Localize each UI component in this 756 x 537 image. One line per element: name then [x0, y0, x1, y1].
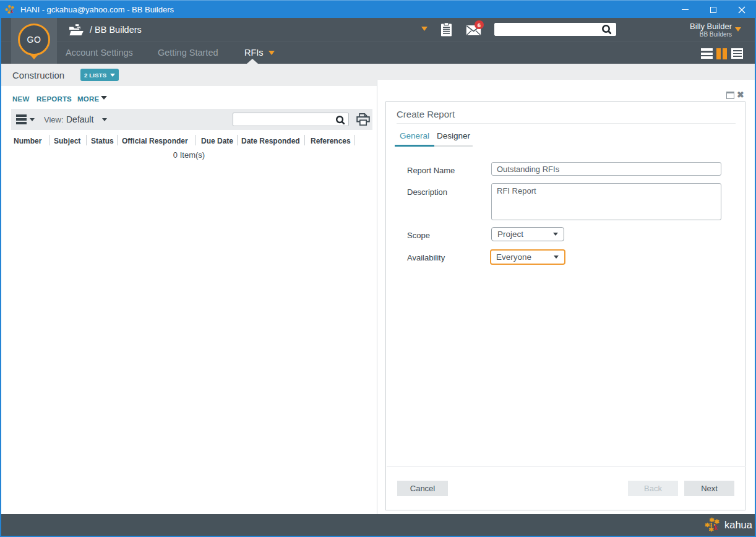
description-textarea[interactable]: RFI Report: [491, 183, 721, 220]
empty-list-message: 0 Item(s): [1, 150, 377, 160]
column-separator: [304, 135, 305, 145]
scope-caret-icon: [553, 233, 558, 236]
app-footer: k kahua: [0, 514, 756, 536]
list-search-input[interactable]: [233, 113, 349, 126]
availability-caret-icon: [554, 256, 559, 259]
more-caret-icon[interactable]: [101, 96, 107, 100]
rfi-list-panel: NEW REPORTS MORE View: Default: [1, 86, 377, 514]
layout-list-icon[interactable]: [731, 48, 743, 59]
user-menu-caret-icon[interactable]: [735, 27, 741, 32]
go-logo-pointer: [30, 55, 38, 59]
rfis-caret-icon[interactable]: [268, 51, 275, 55]
layout-columns-icon[interactable]: [716, 48, 727, 59]
minimize-icon: [682, 9, 689, 11]
report-name-label: Report Name: [407, 166, 455, 175]
pane-close-icon[interactable]: ✖: [737, 90, 744, 100]
project-name: Construction: [12, 64, 64, 86]
scope-select[interactable]: Project: [491, 227, 564, 241]
user-name[interactable]: Billy Builder: [606, 22, 732, 31]
panel-title: Create Report: [397, 109, 455, 119]
nav-item-account-settings[interactable]: Account Settings: [66, 41, 133, 64]
mail-badge: 6: [475, 20, 484, 29]
go-home-tile[interactable]: GO: [11, 18, 57, 64]
availability-value: Everyone: [496, 252, 531, 262]
column-official-responder[interactable]: Official Responder: [122, 137, 188, 145]
title-divider: [397, 123, 736, 124]
list-menu-caret-icon[interactable]: [30, 118, 35, 121]
lists-badge-label: 2 LISTS: [84, 72, 106, 79]
column-separator: [354, 135, 355, 145]
app-header: GO / BB Builders 6: [0, 18, 756, 64]
inactive-tab-underline: [434, 145, 473, 147]
workspace-caret-icon[interactable]: [421, 27, 427, 31]
scope-label: Scope: [407, 231, 430, 240]
report-name-input[interactable]: [491, 162, 721, 176]
print-icon[interactable]: [356, 112, 371, 127]
column-due-date[interactable]: Due Date: [201, 137, 233, 145]
view-label: View:: [44, 109, 64, 130]
go-logo[interactable]: GO: [18, 24, 50, 56]
scope-value: Project: [497, 230, 523, 239]
kahua-logo-icon: k: [705, 517, 721, 533]
list-search-icon[interactable]: [335, 115, 345, 125]
view-caret-icon[interactable]: [102, 118, 107, 121]
column-separator: [86, 135, 87, 145]
reports-button[interactable]: REPORTS: [37, 95, 72, 103]
svg-text:k: k: [714, 524, 718, 532]
availability-select[interactable]: Everyone: [490, 249, 565, 265]
window-maximize-button[interactable]: [699, 1, 728, 19]
list-column-header: Number Subject Status Official Responder…: [1, 137, 377, 148]
window-close-button[interactable]: [728, 1, 756, 19]
active-tab-pointer: [247, 59, 258, 64]
global-search-input[interactable]: [494, 23, 616, 36]
layout-rows-icon[interactable]: [701, 48, 713, 59]
back-button[interactable]: Back: [628, 481, 678, 496]
tasks-clipboard-icon[interactable]: [440, 22, 452, 37]
active-tab-underline: [395, 145, 434, 147]
lists-badge-caret-icon: [110, 74, 115, 77]
footer-divider: [387, 466, 745, 467]
window-title: HANI - gckahua@yahoo.com - BB Builders: [20, 1, 174, 19]
tab-designer[interactable]: Designer: [437, 131, 470, 140]
title-bar: k HANI - gckahua@yahoo.com - BB Builders: [0, 0, 756, 18]
column-separator: [49, 135, 49, 145]
window-border-left: [0, 18, 1, 537]
cancel-button[interactable]: Cancel: [397, 481, 448, 496]
list-action-bar: NEW REPORTS MORE: [1, 95, 377, 105]
column-number[interactable]: Number: [14, 137, 41, 145]
report-overlay: ✖ Create Report General Designer Report …: [377, 80, 755, 514]
svg-text:k: k: [11, 9, 14, 14]
column-subject[interactable]: Subject: [54, 137, 80, 145]
column-separator: [237, 135, 238, 145]
column-separator: [117, 135, 118, 145]
column-references[interactable]: References: [311, 137, 351, 145]
list-menu-icon[interactable]: [16, 114, 27, 124]
availability-label: Availability: [407, 253, 445, 262]
nav-item-getting-started[interactable]: Getting Started: [158, 41, 218, 64]
list-toolbar: View: Default: [11, 109, 372, 130]
view-selector[interactable]: Default: [66, 109, 93, 130]
maximize-icon: [710, 7, 716, 13]
pane-maximize-icon[interactable]: [726, 92, 734, 99]
tab-general[interactable]: General: [400, 131, 429, 140]
window-minimize-button[interactable]: [671, 1, 699, 19]
next-button[interactable]: Next: [684, 481, 734, 496]
lists-badge-button[interactable]: 2 LISTS: [80, 69, 119, 81]
column-separator: [195, 135, 196, 145]
more-button[interactable]: MORE: [77, 95, 99, 103]
user-company: BB Builders: [606, 31, 732, 38]
new-button[interactable]: NEW: [12, 95, 29, 103]
app-window: k HANI - gckahua@yahoo.com - BB Builders…: [0, 0, 756, 537]
column-status[interactable]: Status: [91, 137, 114, 145]
column-date-responded[interactable]: Date Responded: [241, 137, 300, 145]
kahua-brand-text: kahua: [724, 514, 752, 536]
kahua-app-icon: k: [5, 4, 15, 15]
create-report-panel: Create Report General Designer Report Na…: [385, 101, 745, 510]
breadcrumb[interactable]: / BB Builders: [90, 19, 142, 41]
folder-icon[interactable]: [68, 24, 85, 37]
description-label: Description: [407, 187, 447, 197]
close-icon: [738, 6, 745, 14]
